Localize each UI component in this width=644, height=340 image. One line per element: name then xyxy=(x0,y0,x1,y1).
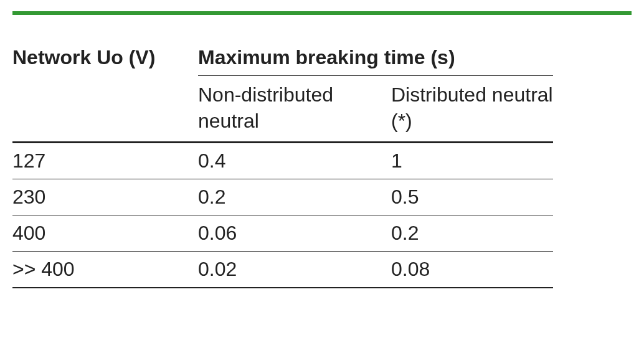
cell-dn: 0.2 xyxy=(391,215,553,252)
table-row: 127 0.4 1 xyxy=(12,143,553,179)
cell-uo: >> 400 xyxy=(12,252,198,288)
header-max-breaking-time: Maximum breaking time (s) xyxy=(198,40,553,76)
cell-uo: 400 xyxy=(12,215,198,252)
table-row: >> 400 0.02 0.08 xyxy=(12,252,553,288)
table-body: 127 0.4 1 230 0.2 0.5 400 0.06 0.2 >> 40… xyxy=(12,143,553,288)
header-distributed-neutral: Distributed neutral (*) xyxy=(391,76,553,143)
cell-ndn: 0.2 xyxy=(198,179,391,215)
header-non-distributed-neutral: Non-distributed neutral xyxy=(198,76,391,143)
cell-ndn: 0.4 xyxy=(198,143,391,179)
cell-dn: 1 xyxy=(391,143,553,179)
cell-dn: 0.5 xyxy=(391,179,553,215)
table-row: 230 0.2 0.5 xyxy=(12,179,553,215)
cell-ndn: 0.06 xyxy=(198,215,391,252)
cell-dn: 0.08 xyxy=(391,252,553,288)
table-row: 400 0.06 0.2 xyxy=(12,215,553,252)
cell-uo: 230 xyxy=(12,179,198,215)
cell-ndn: 0.02 xyxy=(198,252,391,288)
breaking-time-table: Network Uo (V) Maximum breaking time (s)… xyxy=(12,40,553,288)
header-network-uo: Network Uo (V) xyxy=(12,40,198,143)
cell-uo: 127 xyxy=(12,143,198,179)
table-header-row-main: Network Uo (V) Maximum breaking time (s) xyxy=(12,40,553,76)
top-green-rule xyxy=(12,11,632,15)
